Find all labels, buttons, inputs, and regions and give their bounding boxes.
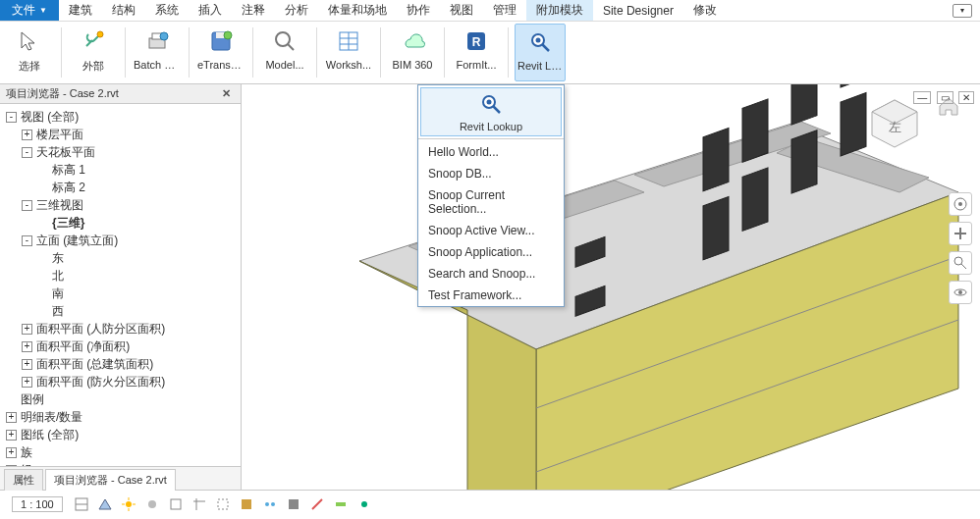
sun-path-icon[interactable] <box>120 495 137 513</box>
menu-manage[interactable]: 管理 <box>483 0 526 21</box>
etransmit-button[interactable]: eTransmit <box>195 24 246 81</box>
expand-icon[interactable]: + <box>22 324 32 335</box>
tab-properties[interactable]: 属性 <box>4 469 43 491</box>
tree-node[interactable]: +图纸 (全部) <box>2 426 239 443</box>
tree-node[interactable]: 北 <box>2 267 239 285</box>
menu-architecture[interactable]: 建筑 <box>59 0 102 21</box>
expand-icon[interactable]: + <box>22 341 32 352</box>
tree-node[interactable]: +面积平面 (人防分区面积) <box>2 320 239 337</box>
collapse-icon[interactable]: - <box>22 147 32 158</box>
tree-node[interactable]: {三维} <box>2 214 239 232</box>
tree-node[interactable]: +面积平面 (防火分区面积) <box>2 373 239 390</box>
tree-node-label: 楼层平面 <box>36 126 83 143</box>
tree-node[interactable]: +楼层平面 <box>2 126 239 143</box>
expand-icon[interactable]: + <box>6 412 17 423</box>
tree-node[interactable]: -立面 (建筑立面) <box>2 232 239 249</box>
menu-addins[interactable]: 附加模块 <box>526 0 593 21</box>
revit-lookup-button[interactable]: Revit Lo... <box>515 24 566 81</box>
tree-node[interactable]: 东 <box>2 249 239 267</box>
menu-view[interactable]: 视图 <box>440 0 483 21</box>
menu-analyze[interactable]: 分析 <box>275 0 318 21</box>
menu-sitedesigner[interactable]: Site Designer <box>593 0 683 21</box>
external-button[interactable]: 外部 <box>68 24 119 81</box>
tree-node[interactable]: 标高 1 <box>2 161 239 179</box>
hide-isolate-icon[interactable] <box>238 495 255 513</box>
tree-node[interactable]: -视图 (全部) <box>2 108 239 126</box>
tree-node[interactable]: 标高 2 <box>2 179 239 196</box>
menu-search-snoop[interactable]: Search and Snoop... <box>418 263 564 285</box>
viewport[interactable]: Revit Lookup Hello World... Snoop DB... … <box>242 84 980 490</box>
tab-project-browser[interactable]: 项目浏览器 - Case 2.rvt <box>45 469 176 491</box>
menu-insert[interactable]: 插入 <box>189 0 232 21</box>
menu-structure[interactable]: 结构 <box>102 0 145 21</box>
crop-visible-icon[interactable] <box>214 495 232 513</box>
collapse-icon[interactable]: - <box>6 112 17 123</box>
tree-node-label: 族 <box>21 443 32 461</box>
expand-icon[interactable]: + <box>22 359 32 370</box>
expand-icon[interactable]: + <box>22 377 32 388</box>
minimize-view-icon[interactable]: — <box>913 91 931 104</box>
select-button[interactable]: 选择 <box>4 24 55 81</box>
steering-wheel-icon[interactable] <box>949 192 972 216</box>
svg-text:R: R <box>472 35 481 49</box>
worksharing-button[interactable]: Worksh... <box>323 24 374 81</box>
reveal-hidden-icon[interactable] <box>261 495 279 513</box>
menu-snoop-active-view[interactable]: Snoop Active View... <box>418 220 564 241</box>
project-browser-titlebar[interactable]: 项目浏览器 - Case 2.rvt ✕ <box>0 84 241 104</box>
rendering-icon[interactable] <box>167 495 185 513</box>
tree-node[interactable]: 南 <box>2 285 239 302</box>
zoom-icon[interactable] <box>949 251 972 275</box>
crop-icon[interactable] <box>191 495 208 513</box>
menu-annotate[interactable]: 注释 <box>232 0 275 21</box>
scale-selector[interactable]: 1 : 100 <box>12 496 63 512</box>
shadows-icon[interactable] <box>143 495 161 513</box>
highlight-displacement-icon[interactable] <box>332 495 350 513</box>
pan-icon[interactable] <box>949 222 972 245</box>
collapse-icon[interactable]: - <box>22 200 32 211</box>
menu-hello-world[interactable]: Hello World... <box>418 141 564 163</box>
worksheet-icon <box>333 26 364 57</box>
batch-print-button[interactable]: Batch Pr... <box>132 24 183 81</box>
detail-level-icon[interactable] <box>73 495 90 513</box>
tree-node[interactable]: +族 <box>2 443 239 461</box>
tree-node[interactable]: +面积平面 (净面积) <box>2 337 239 355</box>
viewcube[interactable]: 左 <box>868 96 921 149</box>
tree-node-label: 标高 1 <box>52 161 85 179</box>
tree-node[interactable]: -三维视图 <box>2 196 239 214</box>
dropdown-header[interactable]: Revit Lookup <box>420 87 562 136</box>
model-button[interactable]: Model... <box>259 24 310 81</box>
menu-snoop-db[interactable]: Snoop DB... <box>418 163 564 184</box>
project-tree[interactable]: -视图 (全部)+楼层平面-天花板平面标高 1标高 2-三维视图{三维}-立面 … <box>0 104 241 466</box>
expand-icon[interactable]: + <box>6 430 17 441</box>
file-menu[interactable]: 文件 <box>0 0 59 21</box>
bim360-button[interactable]: BIM 360 <box>387 24 438 81</box>
menu-snoop-selection[interactable]: Snoop Current Selection... <box>418 184 564 220</box>
visual-style-icon[interactable] <box>96 495 114 513</box>
tree-node-label: 图例 <box>21 390 44 408</box>
expand-icon[interactable]: + <box>6 447 17 458</box>
tree-node[interactable]: +面积平面 (总建筑面积) <box>2 355 239 373</box>
menu-massing[interactable]: 体量和场地 <box>318 0 397 21</box>
maximize-view-icon[interactable]: ▭ <box>937 91 953 104</box>
expand-icon[interactable]: + <box>22 130 32 140</box>
menu-test-framework[interactable]: Test Framework... <box>418 285 564 306</box>
menu-collaborate[interactable]: 协作 <box>397 0 440 21</box>
menu-modify[interactable]: 修改 <box>683 0 727 21</box>
bim360-label: BIM 360 <box>387 59 438 71</box>
menu-snoop-application[interactable]: Snoop Application... <box>418 241 564 263</box>
menu-systems[interactable]: 系统 <box>145 0 189 21</box>
formit-button[interactable]: R FormIt... <box>451 24 502 81</box>
reveal-constraints-icon[interactable] <box>355 495 373 513</box>
analytical-model-icon[interactable] <box>308 495 326 513</box>
tree-node[interactable]: 图例 <box>2 390 239 408</box>
svg-point-55 <box>148 500 156 508</box>
close-icon[interactable]: ✕ <box>218 87 235 100</box>
tree-node[interactable]: -天花板平面 <box>2 143 239 161</box>
close-view-icon[interactable]: ✕ <box>958 91 974 104</box>
temporary-view-icon[interactable] <box>285 495 302 513</box>
tree-node[interactable]: +明细表/数量 <box>2 408 239 426</box>
collapse-icon[interactable]: - <box>22 235 32 246</box>
tree-node[interactable]: 西 <box>2 302 239 320</box>
orbit-icon[interactable] <box>949 281 972 304</box>
ribbon-collapse-icon[interactable]: ▾ <box>953 4 972 18</box>
